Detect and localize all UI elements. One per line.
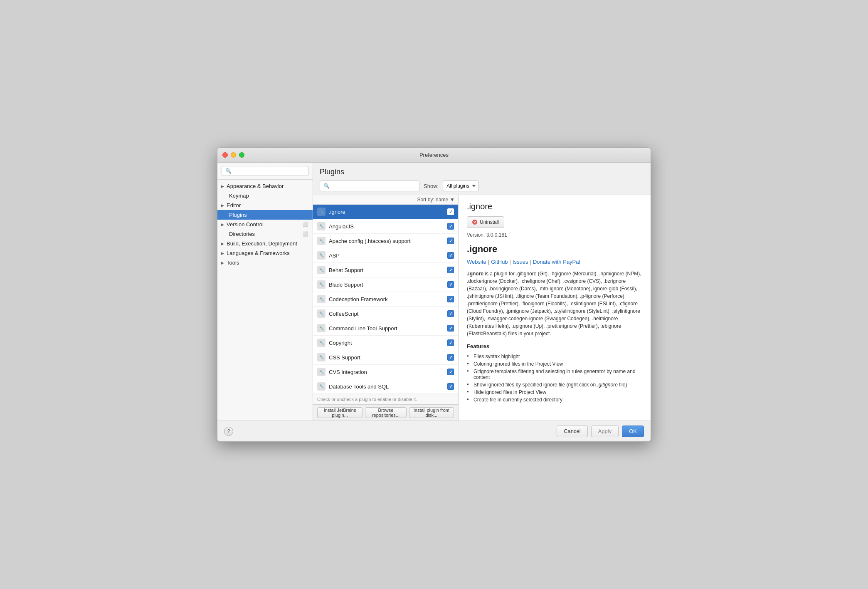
browse-repositories-button[interactable]: Browse repositories... [365,407,406,418]
feature-item: Create file in currently selected direct… [467,396,642,403]
plugin-item[interactable]: 🔧 CVS Integration [313,365,458,379]
sort-label: Sort by: name [417,197,448,203]
plugin-item[interactable]: 🔧 Database Tools and SQL [313,379,458,394]
plugin-name: ASP [329,252,444,259]
sort-button[interactable]: Sort by: name ▼ [417,197,455,203]
sidebar-item-languages[interactable]: ▶ Languages & Frameworks [217,248,313,258]
sidebar-item-editor[interactable]: ▶ Editor [217,200,313,210]
sidebar-item-directories[interactable]: Directories ⬜ [217,229,313,239]
plugin-checkbox[interactable] [447,296,454,302]
uninstall-icon [472,220,477,225]
plugin-checkbox[interactable] [447,238,454,244]
minimize-button[interactable] [231,152,236,158]
uninstall-button[interactable]: Uninstall [467,216,504,228]
plugin-checkbox[interactable] [447,267,454,273]
cancel-button[interactable]: Cancel [557,426,587,437]
help-button[interactable]: ? [224,427,233,436]
plugin-icon: 🔧 [317,222,326,230]
plugins-toolbar: Show: All plugins [320,181,644,191]
chevron-right-icon: ▶ [220,203,225,208]
sidebar-item-plugins[interactable]: Plugins [217,210,313,220]
github-link[interactable]: GitHub [491,259,508,265]
plugin-item[interactable]: 🔧 Behat Support [313,263,458,277]
detail-version: Version: 3.0.0.181 [467,232,642,238]
plugin-icon: 🔧 [317,208,326,216]
sidebar-item-label: Keymap [229,193,308,199]
show-select[interactable]: All plugins [443,181,479,191]
plugin-item[interactable]: 🔧 CSS Support [313,350,458,365]
plugin-name: CoffeeScript [329,311,444,317]
close-button[interactable] [222,152,228,158]
install-from-disk-button[interactable]: Install plugin from disk... [409,407,454,418]
sidebar-item-keymap[interactable]: Keymap [217,191,313,200]
detail-panel: .ignore Uninstall Version: 3.0.0.181 .ig… [459,195,651,421]
plugin-icon: 🔧 [317,324,326,332]
maximize-button[interactable] [239,152,244,158]
plugin-name: Apache config (.htaccess) support [329,238,444,244]
sidebar-item-appearance[interactable]: ▶ Appearance & Behavior [217,181,313,191]
badge-icon: ⬜ [303,231,308,237]
sidebar-item-build[interactable]: ▶ Build, Execution, Deployment [217,239,313,248]
chevron-right-icon: ▶ [220,222,225,227]
ok-button[interactable]: OK [622,426,644,437]
sidebar-item-tools[interactable]: ▶ Tools [217,258,313,267]
plugin-name: Blade Support [329,282,444,288]
issues-link[interactable]: Issues [513,259,528,265]
plugin-item[interactable]: 🔧 CoffeeScript [313,307,458,321]
install-jetbrains-button[interactable]: Install JetBrains plugin... [317,407,362,418]
badge-icon: ⬜ [303,222,308,227]
feature-item: Files syntax highlight [467,353,642,360]
plugin-item[interactable]: 🔧 Blade Support [313,277,458,292]
plugin-checkbox[interactable] [447,223,454,230]
apply-button[interactable]: Apply [591,426,619,437]
plugin-icon: 🔧 [317,353,326,361]
window-title: Preferences [419,152,449,158]
plugin-item[interactable]: 🔧 Command Line Tool Support [313,321,458,336]
sidebar-item-label: Version Control [227,221,264,228]
plugin-name: Command Line Tool Support [329,325,444,332]
main-layout: ▶ Appearance & Behavior Keymap ▶ Editor … [217,163,651,421]
sidebar: ▶ Appearance & Behavior Keymap ▶ Editor … [217,163,313,421]
sidebar-item-version-control[interactable]: ▶ Version Control ⬜ [217,220,313,229]
plugin-checkbox[interactable] [447,369,454,375]
titlebar: Preferences [217,148,651,163]
plugin-checkbox[interactable] [447,208,454,215]
plugin-list-actions: Install JetBrains plugin... Browse repos… [313,404,458,421]
plugin-item[interactable]: 🔧 Codeception Framework [313,292,458,307]
plugin-icon: 🔧 [317,266,326,274]
plugin-name-bold: .ignore [467,271,483,277]
plugins-header: Plugins Show: All plugins [313,163,651,195]
plugin-checkbox[interactable] [447,281,454,288]
plugin-checkbox[interactable] [447,310,454,317]
chevron-right-icon: ▶ [220,260,225,265]
feature-item: Show ignored files by specified ignore f… [467,381,642,389]
plugin-checkbox[interactable] [447,252,454,259]
plugin-icon: 🔧 [317,368,326,376]
plugin-name: Behat Support [329,267,444,273]
detail-links: Website | GitHub | Issues | Donate with … [467,259,642,265]
sidebar-search-input[interactable] [222,166,308,176]
link-separator: | [510,259,511,265]
main-content: Plugins Show: All plugins Sort by: name … [313,163,651,421]
plugin-item[interactable]: 🔧 Apache config (.htaccess) support [313,234,458,248]
plugin-item[interactable]: 🔧 ASP [313,248,458,263]
plugin-checkbox[interactable] [447,354,454,361]
plugin-item[interactable]: 🔧 .ignore [313,205,458,219]
plugin-icon: 🔧 [317,295,326,303]
feature-item: Gitignore templates filtering and select… [467,368,642,381]
plugin-item[interactable]: 🔧 Copyright [313,336,458,350]
plugin-checkbox[interactable] [447,325,454,332]
plugin-search-input[interactable] [320,181,419,191]
plugin-checkbox[interactable] [447,383,454,390]
sidebar-item-label: Appearance & Behavior [227,183,308,189]
plugin-icon: 🔧 [317,237,326,245]
donate-link[interactable]: Donate with PayPal [533,259,580,265]
plugin-name: Database Tools and SQL [329,384,444,390]
features-title: Features [467,343,642,349]
plugin-list-wrapper: Sort by: name ▼ 🔧 .ignore � [313,195,459,421]
sidebar-items-list: ▶ Appearance & Behavior Keymap ▶ Editor … [217,180,313,421]
plugin-checkbox[interactable] [447,339,454,346]
plugin-item[interactable]: 🔧 AngularJS [313,219,458,234]
website-link[interactable]: Website [467,259,486,265]
plugin-name: CVS Integration [329,369,444,375]
